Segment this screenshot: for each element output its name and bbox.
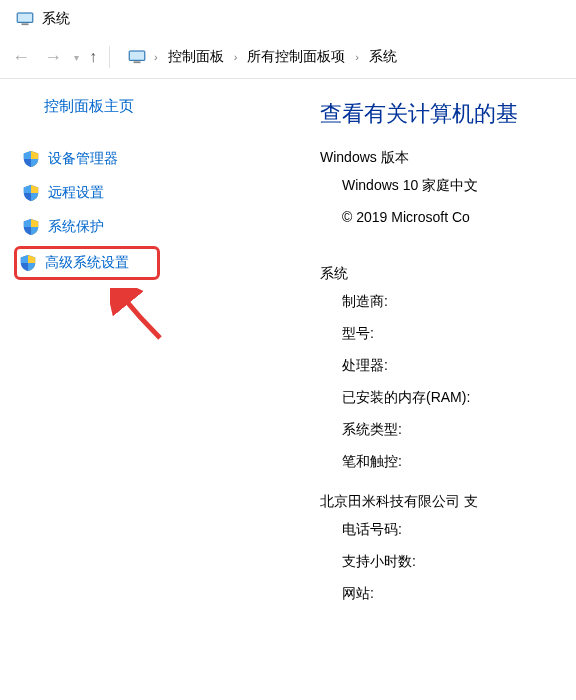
chevron-right-icon: › [150,51,162,63]
nav-back-button[interactable]: ← [10,46,32,68]
sidebar: 控制面板主页 设备管理器 远程设置 [0,97,200,617]
sidebar-item-advanced-system-settings[interactable]: 高级系统设置 [14,246,160,280]
sidebar-item-label: 高级系统设置 [45,254,129,272]
section-title-support: 北京田米科技有限公司 支 [320,493,576,511]
chevron-right-icon: › [230,51,242,63]
shield-icon [22,184,40,202]
shield-icon [19,254,37,272]
breadcrumb-item[interactable]: 系统 [367,46,399,68]
main-panel: 查看有关计算机的基 Windows 版本 Windows 10 家庭中文 © 2… [200,97,576,617]
system-row-system-type: 系统类型: [342,421,576,439]
sidebar-item-label: 远程设置 [48,184,104,202]
nav-forward-button[interactable]: → [42,46,64,68]
titlebar: 系统 [0,0,576,42]
system-icon [128,50,146,64]
section-title-windows: Windows 版本 [320,149,576,167]
navbar: ← → ▾ ↑ › 控制面板 › 所有控制面板项 › 系统 [0,42,576,79]
windows-copyright: © 2019 Microsoft Co [342,209,576,225]
shield-icon [22,218,40,236]
window-title: 系统 [42,10,70,28]
shield-icon [22,150,40,168]
system-icon [16,12,34,26]
support-row-website: 网站: [342,585,576,603]
chevron-right-icon: › [351,51,363,63]
svg-rect-2 [22,23,29,25]
section-title-system: 系统 [320,265,576,283]
separator [109,46,110,68]
sidebar-item-label: 系统保护 [48,218,104,236]
system-row-manufacturer: 制造商: [342,293,576,311]
support-row-phone: 电话号码: [342,521,576,539]
svg-rect-1 [18,14,32,22]
sidebar-item-remote-settings[interactable]: 远程设置 [18,178,200,208]
system-row-model: 型号: [342,325,576,343]
system-row-ram: 已安装的内存(RAM): [342,389,576,407]
system-row-pen-touch: 笔和触控: [342,453,576,471]
support-row-hours: 支持小时数: [342,553,576,571]
page-heading: 查看有关计算机的基 [320,99,576,129]
windows-edition: Windows 10 家庭中文 [342,177,576,195]
svg-rect-4 [130,52,144,60]
breadcrumb-item[interactable]: 所有控制面板项 [245,46,347,68]
nav-up-button[interactable]: ↑ [89,48,97,66]
addressbar[interactable]: › 控制面板 › 所有控制面板项 › 系统 [128,46,399,68]
breadcrumb-item[interactable]: 控制面板 [166,46,226,68]
content: 控制面板主页 设备管理器 远程设置 [0,79,576,617]
sidebar-title[interactable]: 控制面板主页 [44,97,200,116]
sidebar-item-system-protection[interactable]: 系统保护 [18,212,200,242]
sidebar-item-label: 设备管理器 [48,150,118,168]
sidebar-item-device-manager[interactable]: 设备管理器 [18,144,200,174]
nav-history-dropdown[interactable]: ▾ [74,52,79,63]
svg-rect-5 [134,61,141,63]
system-row-processor: 处理器: [342,357,576,375]
